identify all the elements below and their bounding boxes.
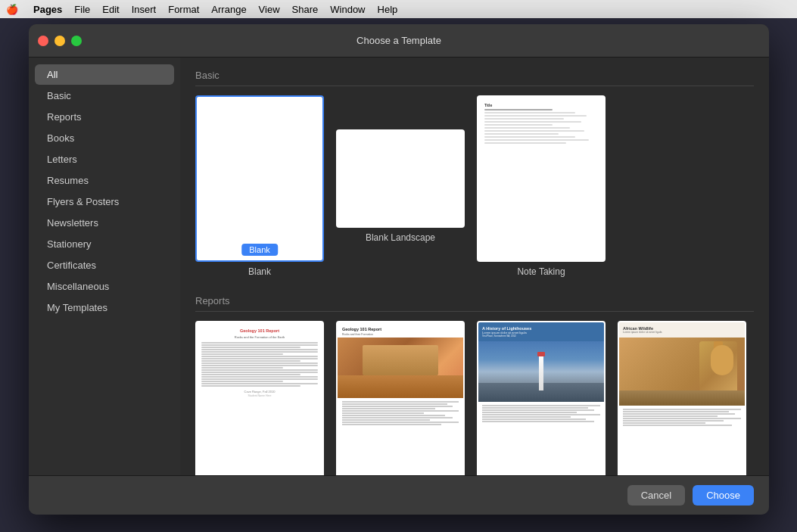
sidebar-item-reports[interactable]: Reports xyxy=(35,107,174,127)
menu-format[interactable]: Format xyxy=(168,4,199,15)
blank-landscape-preview xyxy=(338,131,463,226)
choose-button[interactable]: Choose xyxy=(693,485,754,506)
sidebar-item-certificates[interactable]: Certificates xyxy=(35,255,174,275)
menu-share[interactable]: Share xyxy=(292,4,319,15)
template-visual-report[interactable]: African Wildlife Lorem ipsum dolor sit a… xyxy=(618,321,746,475)
menu-window[interactable]: Window xyxy=(330,4,365,15)
window-controls xyxy=(38,36,82,46)
blank-landscape-label: Blank Landscape xyxy=(366,232,435,243)
visual-report-thumb: African Wildlife Lorem ipsum dolor sit a… xyxy=(618,321,746,475)
sidebar-item-books[interactable]: Books xyxy=(35,128,174,148)
sidebar-item-stationery[interactable]: Stationery xyxy=(35,234,174,254)
menu-insert[interactable]: Insert xyxy=(132,4,157,15)
template-blank[interactable]: Blank Blank xyxy=(195,95,324,277)
essay-preview: Geology 101 Report Rocks and the Formati… xyxy=(197,322,322,475)
visual-report-preview: African Wildlife Lorem ipsum dolor sit a… xyxy=(619,322,745,475)
blank-badge: Blank xyxy=(241,244,278,256)
sidebar-item-letters[interactable]: Letters xyxy=(35,149,174,170)
sidebar-item-my-templates[interactable]: My Templates xyxy=(35,297,174,318)
note-taking-preview: Title xyxy=(478,97,604,260)
window-title: Choose a Template xyxy=(356,35,441,46)
menu-arrange[interactable]: Arrange xyxy=(211,4,246,15)
school-report-thumb: A History of Lighthouses Lorem ipsum dol… xyxy=(477,321,606,475)
template-blank-landscape[interactable]: Blank Landscape xyxy=(336,95,465,277)
sidebar-item-basic[interactable]: Basic xyxy=(35,86,174,106)
maximize-button[interactable] xyxy=(71,36,82,46)
bottom-bar: Cancel Choose xyxy=(29,475,769,515)
school-report-preview: A History of Lighthouses Lorem ipsum dol… xyxy=(478,322,604,475)
menu-help[interactable]: Help xyxy=(378,4,398,15)
school-report-image xyxy=(478,341,604,402)
blank-landscape-thumb xyxy=(336,129,465,228)
menu-view[interactable]: View xyxy=(259,4,280,15)
title-bar: Choose a Template xyxy=(29,24,769,58)
visual-report-image xyxy=(619,338,745,406)
blank-portrait-preview xyxy=(197,97,322,260)
essay-thumb: Geology 101 Report Rocks and the Formati… xyxy=(195,321,324,475)
basic-templates-grid: Blank Blank Blank Landscape Title xyxy=(195,95,754,277)
blank-thumb: Blank xyxy=(195,95,324,262)
menu-edit[interactable]: Edit xyxy=(102,4,119,15)
term-paper-thumb: Geology 101 Report Rocks and their Forma… xyxy=(336,321,465,475)
close-button[interactable] xyxy=(38,36,48,46)
note-taking-thumb: Title xyxy=(477,95,606,262)
reports-templates-grid: Geology 101 Report Rocks and the Formati… xyxy=(195,321,754,475)
menu-file[interactable]: File xyxy=(74,4,90,15)
note-taking-label: Note Taking xyxy=(517,266,565,277)
menu-pages[interactable]: Pages xyxy=(33,4,62,15)
cancel-button[interactable]: Cancel xyxy=(627,485,685,506)
reports-section-title: Reports xyxy=(195,295,754,312)
sidebar-item-resumes[interactable]: Resumes xyxy=(35,170,174,191)
template-term-paper[interactable]: Geology 101 Report Rocks and their Forma… xyxy=(336,321,465,475)
term-paper-image xyxy=(338,338,463,398)
term-paper-preview: Geology 101 Report Rocks and their Forma… xyxy=(338,322,463,475)
sidebar-item-newsletters[interactable]: Newsletters xyxy=(35,213,174,233)
sidebar-item-flyers-posters[interactable]: Flyers & Posters xyxy=(35,191,174,212)
template-essay[interactable]: Geology 101 Report Rocks and the Formati… xyxy=(195,321,324,475)
sidebar: All Basic Reports Books Letters Resumes … xyxy=(29,58,180,475)
template-school-report[interactable]: A History of Lighthouses Lorem ipsum dol… xyxy=(477,321,606,475)
sidebar-item-miscellaneous[interactable]: Miscellaneous xyxy=(35,276,174,297)
main-content: All Basic Reports Books Letters Resumes … xyxy=(29,58,769,475)
basic-section-title: Basic xyxy=(195,70,754,86)
menu-bar: 🍎 Pages File Edit Insert Format Arrange … xyxy=(0,0,797,18)
template-chooser-window: Choose a Template All Basic Reports Book… xyxy=(29,24,769,515)
minimize-button[interactable] xyxy=(54,36,65,46)
apple-menu[interactable]: 🍎 xyxy=(6,4,18,15)
blank-label: Blank xyxy=(248,266,271,277)
template-note-taking[interactable]: Title xyxy=(477,95,606,277)
templates-area: Basic Blank Blank Blank Landscape xyxy=(180,58,769,475)
sidebar-item-all[interactable]: All xyxy=(35,64,174,85)
